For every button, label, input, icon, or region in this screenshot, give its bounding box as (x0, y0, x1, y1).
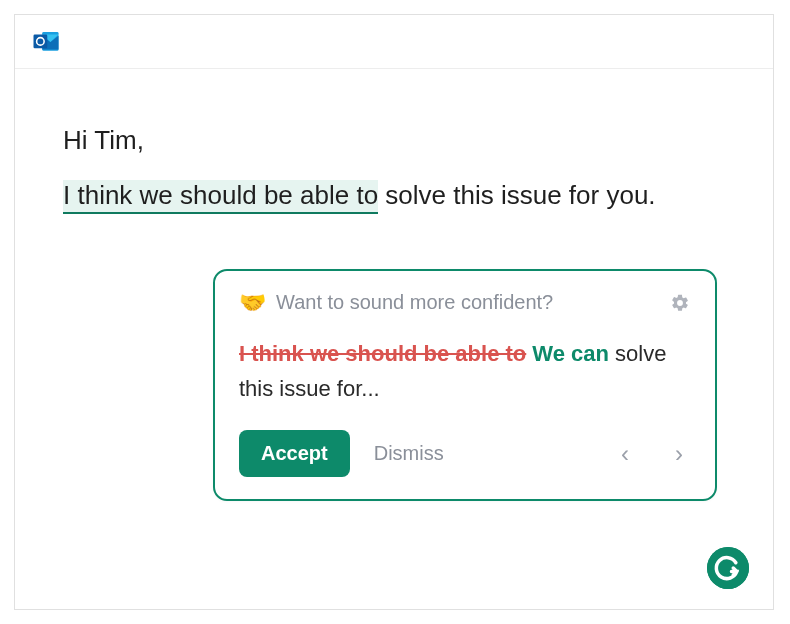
handshake-icon: 🤝 (239, 292, 266, 314)
sentence-line: I think we should be able to solve this … (63, 176, 725, 215)
confidence-prompt: Want to sound more confident? (276, 291, 553, 314)
svg-point-3 (707, 547, 749, 589)
email-body[interactable]: Hi Tim, I think we should be able to sol… (15, 69, 773, 215)
nav-arrows: ‹ › (613, 440, 691, 468)
next-suggestion-button[interactable]: › (667, 440, 691, 468)
dismiss-button[interactable]: Dismiss (374, 442, 444, 465)
card-header: 🤝 Want to sound more confident? (239, 291, 691, 314)
accept-button[interactable]: Accept (239, 430, 350, 477)
prev-suggestion-button[interactable]: ‹ (613, 440, 637, 468)
outlook-icon (29, 27, 63, 57)
sentence-rest: solve this issue for you. (378, 180, 655, 210)
strike-text: I think we should be able to (239, 341, 526, 366)
replacement-text: We can (526, 341, 609, 366)
highlighted-phrase[interactable]: I think we should be able to (63, 180, 378, 214)
suggestion-card: 🤝 Want to sound more confident? I think … (213, 269, 717, 501)
card-actions: Accept Dismiss ‹ › (239, 430, 691, 477)
card-header-left: 🤝 Want to sound more confident? (239, 291, 553, 314)
svg-rect-1 (34, 34, 48, 48)
suggestion-body: I think we should be able to We can solv… (239, 336, 691, 406)
grammarly-icon[interactable] (707, 547, 749, 589)
compose-window: Hi Tim, I think we should be able to sol… (14, 14, 774, 610)
gear-icon[interactable] (669, 292, 691, 314)
greeting-line: Hi Tim, (63, 121, 725, 160)
left-actions: Accept Dismiss (239, 430, 444, 477)
app-header (15, 15, 773, 69)
